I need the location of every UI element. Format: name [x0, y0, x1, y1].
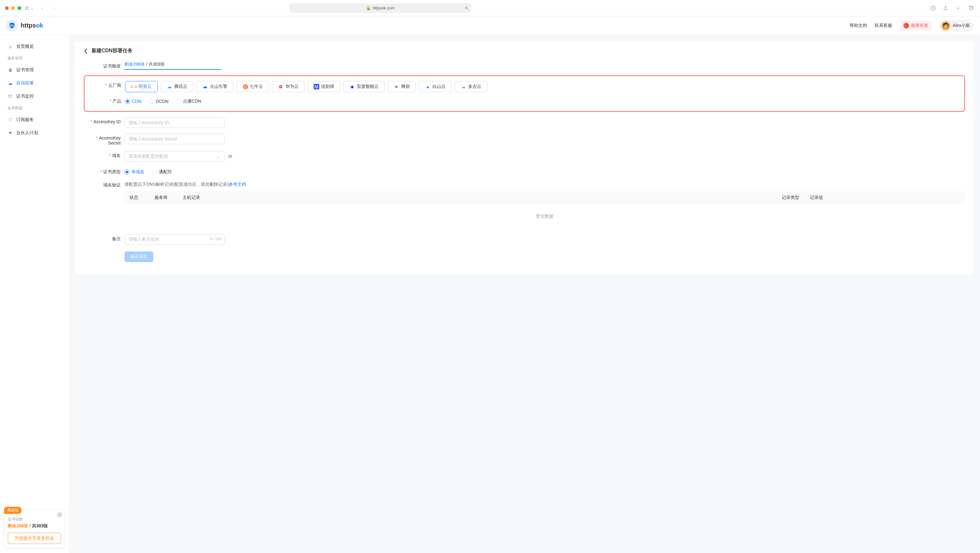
dns-verify-row: 域名验证 请配置以下DNS解析记录(配置成功后，请勿删除记录)参考文档 状态 服…	[84, 180, 965, 229]
domain-row: *域名 请选择要配置的数据 ⌄ ⟳	[84, 151, 965, 162]
provider-qiniu[interactable]: ♉七牛云	[236, 81, 269, 92]
url-text: httpsok.com	[373, 6, 395, 10]
dns-docs-link[interactable]: 参考文档	[229, 182, 246, 187]
user-menu[interactable]: 🧑 Alex小新	[940, 20, 974, 32]
sidebar-toggle-button[interactable]: ⌄	[25, 4, 34, 13]
nav-forward-button[interactable]: ›	[50, 4, 59, 13]
domain-select[interactable]: 请选择要配置的数据 ⌄	[124, 151, 224, 162]
recommend-label: 推荐有奖	[911, 23, 928, 29]
contact-support-link[interactable]: 联系客服	[875, 23, 892, 29]
provider-volcano[interactable]: ⛰火山引擎	[196, 81, 233, 92]
svg-rect-3	[969, 7, 972, 10]
highlighted-section: *云厂商 ⊂⊃阿里云 ☁腾讯云 ⛰火山引擎 ♉七牛云 ✿华为云 U优刻得 ◆百度…	[84, 75, 965, 112]
provider-row: *云厂商 ⊂⊃阿里云 ☁腾讯云 ⛰火山引擎 ♉七牛云 ✿华为云 U优刻得 ◆百度…	[84, 81, 964, 92]
provider-dogecloud[interactable]: ☁多吉云	[455, 81, 487, 92]
minimize-window-button[interactable]	[11, 6, 15, 10]
remark-input[interactable]	[124, 234, 224, 245]
col-type: 记录类型	[782, 195, 810, 201]
provider-baishan[interactable]: ▲白山云	[419, 81, 452, 92]
sidebar-item-cert-monitor[interactable]: 🛡 证书监控	[0, 90, 69, 103]
user-name: Alex小新	[953, 23, 970, 29]
address-bar[interactable]: 🔒 httpsok.com ↻	[290, 3, 471, 13]
provider-aliyun[interactable]: ⊂⊃阿里云	[125, 81, 158, 92]
sidebar-item-cert-manage[interactable]: 🗎 证书管理	[0, 64, 69, 76]
qiniu-icon: ♉	[242, 84, 248, 89]
accesskey-secret-input[interactable]	[124, 134, 224, 144]
provider-huawei[interactable]: ✿华为云	[272, 81, 305, 92]
dns-verify-label: 域名验证	[103, 182, 121, 187]
tencent-icon: ☁	[167, 84, 172, 89]
provider-grid: ⊂⊃阿里云 ☁腾讯云 ⛰火山引擎 ♉七牛云 ✿华为云 U优刻得 ◆百度智能云 ➤…	[125, 81, 964, 92]
cert-type-single-radio[interactable]: 单域名	[124, 169, 145, 175]
domain-refresh-button[interactable]: ⟳	[228, 154, 232, 159]
sidebar-item-partner[interactable]: ⚭ 合伙人计划	[0, 126, 69, 140]
cert-type-radio-group: 单域名 通配符	[124, 167, 965, 175]
tabs-button[interactable]	[966, 4, 975, 13]
baidu-icon: ◆	[349, 84, 355, 89]
product-row: *产品 CDN DCDN 点播CDN	[84, 97, 964, 104]
chevron-down-icon: ⌄	[30, 6, 34, 11]
nav-back-button[interactable]: ‹	[38, 4, 46, 13]
deploy-icon: ☁	[8, 81, 13, 86]
logo-icon: SSL	[6, 20, 18, 31]
maximize-window-button[interactable]	[18, 6, 21, 10]
quota-total: 共303张	[148, 62, 164, 67]
accesskey-id-label: AccessKey ID	[94, 119, 121, 124]
col-provider: 服务商	[154, 195, 183, 201]
accesskey-id-row: *AccessKey ID	[84, 117, 965, 128]
page-header: ❮ 新建CDN部署任务	[84, 48, 965, 54]
share-button[interactable]	[941, 4, 950, 13]
remark-label: 备注	[112, 236, 121, 241]
sidebar-section-service: 服务管理	[0, 53, 69, 64]
submit-row: 验证域名	[84, 252, 965, 262]
ucloud-icon: U	[313, 84, 319, 89]
logo[interactable]: SSL httpsok	[6, 20, 43, 31]
col-host: 主机记录	[183, 195, 782, 201]
app-bar: SSL httpsok 帮助文档 联系客服 🎁 推荐有奖 🧑 Alex小新	[0, 16, 980, 35]
sidebar-item-home[interactable]: ⌂ 首页概览	[0, 40, 69, 53]
cert-type-wildcard-radio[interactable]: 通配符	[152, 169, 172, 175]
product-cdn-radio[interactable]: CDN	[125, 99, 142, 104]
avatar: 🧑	[941, 21, 950, 30]
cert-icon: 🗎	[8, 68, 13, 73]
provider-baidu[interactable]: ◆百度智能云	[344, 81, 385, 92]
radio-icon	[149, 99, 154, 104]
product-vodcdn-radio[interactable]: 点播CDN	[176, 99, 201, 104]
upgrade-button[interactable]: 升级版本享更多权益	[8, 533, 61, 544]
dns-hint: 请配置以下DNS解析记录(配置成功后，请勿删除记录)参考文档	[124, 180, 965, 187]
cert-type-row: *证书类型 单域名 通配符	[84, 167, 965, 175]
close-window-button[interactable]	[5, 6, 9, 10]
product-dcdn-radio[interactable]: DCDN	[149, 99, 168, 104]
col-value: 记录值	[810, 195, 960, 201]
quota-remaining: 剩余296张	[124, 62, 145, 70]
accesskey-id-input[interactable]	[124, 117, 224, 128]
promo-close-button[interactable]	[57, 512, 62, 518]
product-label: 产品	[113, 99, 121, 104]
shield-icon: 🛡	[8, 94, 13, 99]
sidebar-item-label: 合伙人计划	[16, 130, 38, 136]
radio-icon	[125, 99, 130, 104]
sidebar-item-auto-deploy[interactable]: ☁ 自动部署	[0, 76, 69, 90]
sidebar-item-label: 自动部署	[16, 80, 34, 86]
content-card: ❮ 新建CDN部署任务 证书额度 剩余296张 / 共303张 *云厂商	[75, 41, 974, 274]
provider-tencent[interactable]: ☁腾讯云	[161, 81, 193, 92]
promo-badge: 高级版	[4, 507, 22, 514]
refresh-icon[interactable]: ↻	[465, 6, 468, 10]
sidebar-item-subscribe[interactable]: ♡ 订阅服务	[0, 113, 69, 126]
help-docs-link[interactable]: 帮助文档	[850, 23, 867, 29]
cert-type-label: 证书类型	[103, 169, 121, 174]
verify-domain-button[interactable]: 验证域名	[124, 252, 153, 262]
domain-label: 域名	[112, 153, 121, 158]
promo-total: 共303张	[32, 523, 48, 528]
provider-label: 云厂商	[108, 83, 121, 88]
huawei-icon: ✿	[278, 84, 284, 89]
provider-ucloud[interactable]: U优刻得	[308, 81, 340, 92]
remark-char-count: 0 / 100	[210, 237, 221, 241]
back-button[interactable]: ❮	[84, 48, 88, 54]
recommend-button[interactable]: 🎁 推荐有奖	[900, 21, 932, 30]
promo-remaining: 剩余296张	[8, 523, 28, 528]
new-tab-button[interactable]: +	[954, 4, 963, 13]
downloads-button[interactable]	[929, 4, 937, 13]
provider-wangsu[interactable]: ➤网宿	[388, 81, 416, 92]
gift-icon: 🎁	[904, 23, 909, 29]
